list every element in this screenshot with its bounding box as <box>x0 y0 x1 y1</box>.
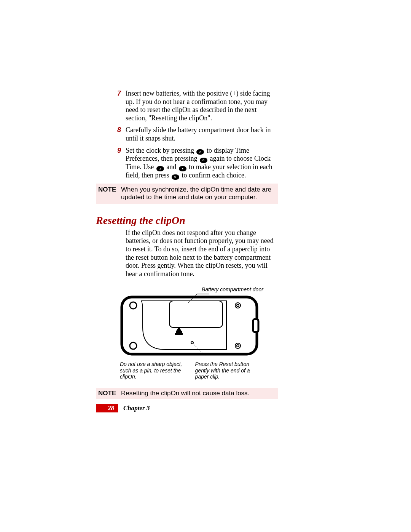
svg-rect-7 <box>253 319 258 332</box>
text-fragment: and <box>166 163 178 171</box>
section-rule <box>96 212 278 212</box>
up-button-icon <box>156 166 164 171</box>
step-number: 7 <box>99 89 121 122</box>
svg-rect-10 <box>176 331 182 332</box>
svg-rect-8 <box>169 301 223 328</box>
device-diagram: Battery compartment door <box>120 289 264 379</box>
page-content: 7 Insert new batteries, with the positiv… <box>99 89 278 412</box>
note-text: When you synchronize, the clipOn time an… <box>121 186 274 201</box>
note-box: NOTE When you synchronize, the clipOn ti… <box>96 184 278 204</box>
text-fragment: Set the clock by pressing <box>126 147 196 154</box>
step-text: Carefully slide the battery compartment … <box>126 126 278 142</box>
page-number: 28 <box>96 404 118 412</box>
select-button-icon <box>200 158 207 163</box>
step-7: 7 Insert new batteries, with the positiv… <box>99 89 278 122</box>
step-text: Set the clock by pressing to display Tim… <box>126 147 278 180</box>
svg-rect-11 <box>175 334 182 335</box>
chapter-label: Chapter 3 <box>118 404 150 412</box>
step-8: 8 Carefully slide the battery compartmen… <box>99 126 278 142</box>
select-button-icon <box>172 174 179 180</box>
callout-right: Press the Reset button gently with the e… <box>195 361 264 379</box>
step-9: 9 Set the clock by pressing to display T… <box>99 147 278 180</box>
text-fragment: to confirm each choice. <box>182 171 246 179</box>
section-heading: Resetting the clipOn <box>96 214 278 227</box>
note-label: NOTE <box>98 186 121 201</box>
select-button-icon <box>196 149 204 155</box>
step-number: 8 <box>99 126 121 142</box>
note-text: Resetting the clipOn will not cause data… <box>121 390 249 397</box>
note-label: NOTE <box>98 390 121 397</box>
callout-left: Do not use a sharp object, such as a pin… <box>120 361 189 379</box>
callout-top: Battery compartment door <box>202 286 263 292</box>
callouts-bottom: Do not use a sharp object, such as a pin… <box>120 361 264 379</box>
page-footer: 28 Chapter 3 <box>96 404 278 412</box>
step-number: 9 <box>99 147 121 180</box>
section-paragraph: If the clipOn does not respond after you… <box>126 229 278 278</box>
down-button-icon <box>179 166 186 171</box>
step-text: Insert new batteries, with the positive … <box>126 89 278 122</box>
note-box: NOTE Resetting the clipOn will not cause… <box>96 388 278 399</box>
device-svg <box>120 289 264 358</box>
